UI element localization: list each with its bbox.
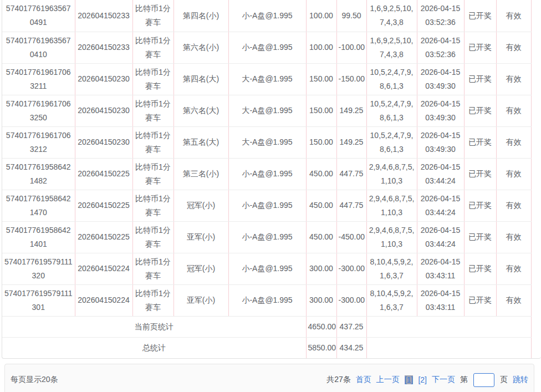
cell-status: 已开奖 (464, 95, 496, 126)
cell-bet-type: 第四名(大) (173, 63, 228, 95)
cell-bet-type: 第四名(小) (173, 0, 228, 32)
prev-page-link[interactable]: 上一页 (376, 375, 400, 385)
jump-link[interactable]: 跳转 (513, 375, 528, 385)
cell-plate-odds: 大-A盘@1.995 (228, 126, 306, 158)
cell-amount: 150.00 (306, 126, 336, 158)
cell-amount: 150.00 (306, 95, 336, 126)
cell-draw-time: 2026-04-15 03:52:36 (417, 32, 464, 63)
page-link-1[interactable]: [1] (405, 375, 414, 384)
cell-plate-odds: 小-A盘@1.995 (228, 221, 306, 253)
cell-game-name: 比特币1分赛车 (132, 284, 173, 316)
cell-amount: 450.00 (306, 221, 336, 253)
cell-order-id: 5740177619635670410 (2, 32, 75, 63)
cell-order-id: 5740177619579111320 (2, 253, 75, 284)
summary-profit: 437.25 (336, 316, 366, 337)
cell-amount: 100.00 (306, 0, 336, 32)
cell-bet-type: 冠军(小) (173, 190, 228, 221)
cell-profit: 447.75 (336, 190, 366, 221)
cell-status: 已开奖 (464, 158, 496, 190)
cell-draw-time: 2026-04-15 03:49:30 (417, 95, 464, 126)
cell-game-name: 比特币1分赛车 (132, 253, 173, 284)
cell-plate-odds: 小-A盘@1.995 (228, 284, 306, 316)
table-row: 5740177619579111320202604150224比特币1分赛车冠军… (2, 253, 531, 284)
cell-game-name: 比特币1分赛车 (132, 221, 173, 253)
cell-draw-result: 8,10,4,5,9,2,1,6,3,7 (366, 284, 417, 316)
cell-game-name: 比特币1分赛车 (132, 32, 173, 63)
cell-status: 已开奖 (464, 0, 496, 32)
cell-validity: 有效 (496, 221, 531, 253)
cell-amount: 300.00 (306, 284, 336, 316)
cell-validity: 有效 (496, 190, 531, 221)
cell-draw-time: 2026-04-15 03:49:30 (417, 126, 464, 158)
summary-row: 总统计5850.00434.25 (2, 337, 531, 358)
next-page-link[interactable]: 下一页 (432, 375, 455, 385)
cell-profit: -300.00 (336, 253, 366, 284)
page-link-2[interactable]: [2] (418, 375, 427, 384)
cell-profit: -100.00 (336, 32, 366, 63)
cell-period: 202604150225 (75, 190, 132, 221)
cell-amount: 150.00 (306, 63, 336, 95)
cell-game-name: 比特币1分赛车 (132, 158, 173, 190)
cell-bet-type: 第六名(大) (173, 95, 228, 126)
cell-draw-time: 2026-04-15 03:49:30 (417, 63, 464, 95)
table-row: 5740177619635670410202604150233比特币1分赛车第六… (2, 32, 531, 63)
cell-validity: 有效 (496, 63, 531, 95)
cell-profit: -450.00 (336, 221, 366, 253)
cell-order-id: 5740177619617063211 (2, 63, 75, 95)
cell-bet-type: 第三名(小) (173, 158, 228, 190)
table-row: 5740177619617063250202604150230比特币1分赛车第六… (2, 95, 531, 126)
cell-game-name: 比特币1分赛车 (132, 0, 173, 32)
summary-label: 当前页统计 (2, 316, 306, 337)
cell-order-id: 5740177619617063250 (2, 95, 75, 126)
table-row: 5740177619635670491202604150233比特币1分赛车第四… (2, 0, 531, 32)
table-row: 5740177619586421470202604150225比特币1分赛车冠军… (2, 190, 531, 221)
cell-draw-result: 10,5,2,4,7,9,8,6,1,3 (366, 126, 417, 158)
bet-records-table: 5740177619635670491202604150233比特币1分赛车第四… (2, 0, 532, 358)
cell-period: 202604150224 (75, 253, 132, 284)
cell-plate-odds: 大-A盘@1.995 (228, 95, 306, 126)
table-row: 5740177619617063211202604150230比特币1分赛车第四… (2, 63, 531, 95)
cell-plate-odds: 小-A盘@1.995 (228, 0, 306, 32)
cell-draw-time: 2026-04-15 03:43:11 (417, 284, 464, 316)
summary-amount: 5850.00 (306, 337, 336, 358)
summary-label: 总统计 (2, 337, 306, 358)
cell-status: 已开奖 (464, 63, 496, 95)
cell-draw-time: 2026-04-15 03:52:36 (417, 0, 464, 32)
cell-profit: -300.00 (336, 284, 366, 316)
cell-status: 已开奖 (464, 126, 496, 158)
cell-game-name: 比特币1分赛车 (132, 126, 173, 158)
cell-profit: 99.50 (336, 0, 366, 32)
cell-draw-result: 2,9,4,6,8,7,5,1,10,3 (366, 221, 417, 253)
pagination-bar: 每页显示20条 共27条 首页 上一页 [1][2] 下一页 第 页 跳转 (4, 364, 534, 392)
table-row: 5740177619579111301202604150224比特币1分赛车亚军… (2, 284, 531, 316)
table-body: 5740177619635670491202604150233比特币1分赛车第四… (2, 0, 531, 358)
cell-validity: 有效 (496, 0, 531, 32)
cell-draw-result: 10,5,2,4,7,9,8,6,1,3 (366, 95, 417, 126)
cell-order-id: 5740177619617063212 (2, 126, 75, 158)
cell-validity: 有效 (496, 158, 531, 190)
first-page-link[interactable]: 首页 (356, 375, 371, 385)
cell-profit: 149.25 (336, 95, 366, 126)
cell-plate-odds: 小-A盘@1.995 (228, 32, 306, 63)
summary-empty (366, 337, 531, 358)
table-row: 5740177619617063212202604150230比特币1分赛车第五… (2, 126, 531, 158)
cell-draw-time: 2026-04-15 03:44:24 (417, 158, 464, 190)
cell-period: 202604150225 (75, 221, 132, 253)
table-row: 5740177619586421482202604150225比特币1分赛车第三… (2, 158, 531, 190)
cell-bet-type: 第六名(小) (173, 32, 228, 63)
cell-amount: 450.00 (306, 158, 336, 190)
cell-validity: 有效 (496, 32, 531, 63)
jump-suffix-label: 页 (500, 375, 508, 385)
cell-profit: 149.25 (336, 126, 366, 158)
cell-order-id: 5740177619635670491 (2, 0, 75, 32)
cell-amount: 100.00 (306, 32, 336, 63)
cell-bet-type: 亚军(小) (173, 221, 228, 253)
cell-draw-result: 10,5,2,4,7,9,8,6,1,3 (366, 63, 417, 95)
cell-plate-odds: 小-A盘@1.995 (228, 190, 306, 221)
page-jump-input[interactable] (473, 373, 494, 387)
jump-prefix-label: 第 (460, 375, 468, 385)
cell-status: 已开奖 (464, 284, 496, 316)
cell-draw-time: 2026-04-15 03:44:24 (417, 190, 464, 221)
cell-order-id: 5740177619586421470 (2, 190, 75, 221)
cell-profit: 447.75 (336, 158, 366, 190)
